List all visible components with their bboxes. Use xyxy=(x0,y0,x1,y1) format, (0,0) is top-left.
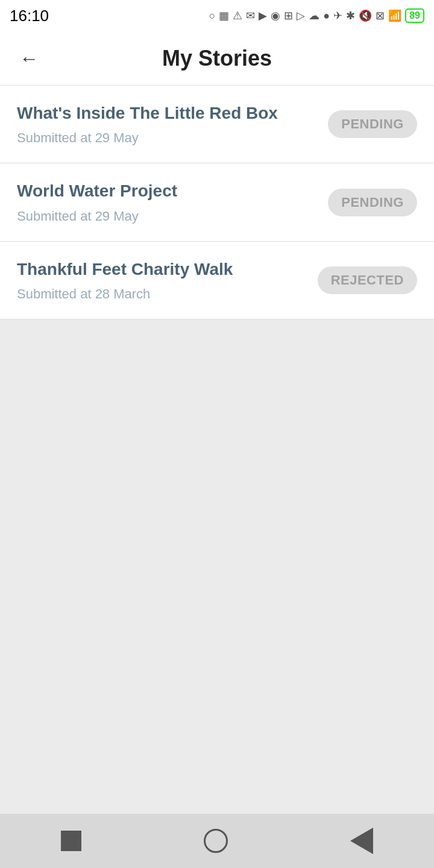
empty-area xyxy=(0,319,434,868)
nav-circle-icon xyxy=(204,829,228,853)
story-title-1: What's Inside The Little Red Box xyxy=(17,102,313,124)
sim-icon: ▦ xyxy=(219,9,229,22)
circle-icon: ○ xyxy=(209,10,215,22)
status-bar: 16:10 ○ ▦ ⚠ ✉ ▶ ◉ ⊞ ▷ ☁ ● ✈ ✱ 🔇 ⊠ 📶 89 xyxy=(0,0,434,31)
cloud-icon: ☁ xyxy=(309,9,319,22)
story-submitted-1: Submitted at 29 May xyxy=(17,130,313,146)
battery-icon: 89 xyxy=(405,8,424,23)
music-icon: ◉ xyxy=(271,9,280,22)
nav-square-button[interactable] xyxy=(51,821,91,861)
status-time: 16:10 xyxy=(10,7,49,25)
wifi-icon: 📶 xyxy=(388,9,401,22)
battery-x-icon: ⊠ xyxy=(376,9,385,22)
send-icon: ✈ xyxy=(333,9,342,22)
nav-square-icon xyxy=(61,831,81,851)
status-icons: ○ ▦ ⚠ ✉ ▶ ◉ ⊞ ▷ ☁ ● ✈ ✱ 🔇 ⊠ 📶 89 xyxy=(209,8,424,23)
play-icon: ▶ xyxy=(259,9,267,22)
story-submitted-3: Submitted at 28 March xyxy=(17,286,303,302)
status-badge-1: PENDING xyxy=(328,110,417,138)
nav-bar xyxy=(0,814,434,868)
story-item-1[interactable]: What's Inside The Little Red Box Submitt… xyxy=(0,86,434,163)
story-item-2[interactable]: World Water Project Submitted at 29 May … xyxy=(0,163,434,241)
story-item-3[interactable]: Thankful Feet Charity Walk Submitted at … xyxy=(0,242,434,319)
nav-triangle-icon xyxy=(350,828,373,854)
story-title-2: World Water Project xyxy=(17,180,313,202)
mute-icon: 🔇 xyxy=(359,9,372,22)
story-content-1: What's Inside The Little Red Box Submitt… xyxy=(17,102,328,146)
nav-home-button[interactable] xyxy=(194,819,237,863)
stories-list: What's Inside The Little Red Box Submitt… xyxy=(0,86,434,319)
youtube-icon: ▷ xyxy=(297,9,305,22)
nav-back-button[interactable] xyxy=(341,818,383,864)
story-submitted-2: Submitted at 29 May xyxy=(17,209,313,224)
back-arrow-icon: ← xyxy=(19,47,39,69)
page-title: My Stories xyxy=(162,46,272,71)
mail-icon: ✉ xyxy=(246,9,255,22)
grid-icon: ⊞ xyxy=(284,9,293,22)
back-button[interactable]: ← xyxy=(14,42,43,74)
story-title-3: Thankful Feet Charity Walk xyxy=(17,259,303,280)
app-header: ← My Stories xyxy=(0,31,434,86)
story-content-3: Thankful Feet Charity Walk Submitted at … xyxy=(17,259,318,302)
bluetooth-icon: ✱ xyxy=(346,9,355,22)
warning-icon: ⚠ xyxy=(233,9,242,22)
story-content-2: World Water Project Submitted at 29 May xyxy=(17,180,328,224)
status-badge-3: REJECTED xyxy=(318,266,417,294)
status-badge-2: PENDING xyxy=(328,189,417,216)
circle2-icon: ● xyxy=(323,10,330,22)
